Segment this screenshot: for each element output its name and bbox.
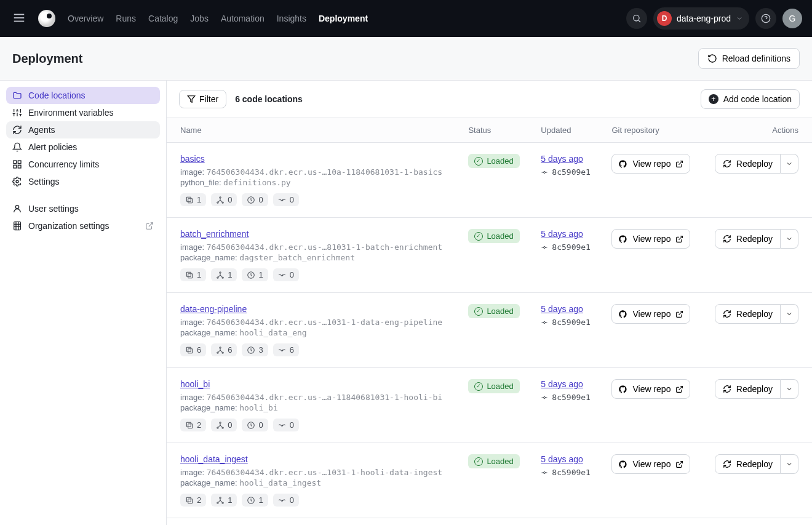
- view-repo-button[interactable]: View repo: [611, 154, 690, 174]
- count-badge[interactable]: 0: [242, 419, 268, 431]
- sidebar-item-concurrency-limits[interactable]: Concurrency limits: [6, 156, 160, 173]
- redeploy-button[interactable]: Redeploy: [715, 454, 781, 474]
- sidebar-item-label: User settings: [28, 204, 79, 214]
- count-badge[interactable]: 1: [211, 494, 237, 507]
- add-code-location-button[interactable]: + Add code location: [701, 89, 800, 109]
- count-badge[interactable]: 6: [273, 343, 299, 356]
- code-locations-table: Name Status Updated Git repository Actio…: [167, 118, 812, 525]
- updated-link[interactable]: 5 days ago: [541, 379, 592, 389]
- sliders-icon: [12, 108, 22, 118]
- sidebar-item-user-settings[interactable]: User settings: [6, 200, 160, 217]
- nav-link-deployment[interactable]: Deployment: [319, 14, 368, 23]
- redeploy-menu-button[interactable]: [781, 229, 798, 249]
- plus-icon: +: [709, 94, 718, 104]
- count-badge[interactable]: 3: [242, 343, 268, 356]
- count-badge[interactable]: 1: [242, 494, 268, 507]
- deployment-selector[interactable]: D data-eng-prod: [653, 7, 749, 30]
- count-badge[interactable]: 1: [242, 268, 268, 281]
- count-badge[interactable]: 1: [211, 268, 237, 281]
- secondary-line: package_name: hooli_data_ingest: [180, 478, 448, 487]
- count-badge[interactable]: 0: [211, 419, 237, 431]
- external-link-icon: [675, 385, 683, 393]
- badge-icon: [185, 346, 194, 355]
- col-status: Status: [458, 118, 531, 143]
- redeploy-menu-button[interactable]: [781, 454, 798, 474]
- updated-link[interactable]: 5 days ago: [541, 454, 592, 464]
- svg-rect-19: [14, 165, 17, 168]
- count-badge[interactable]: 2: [180, 419, 206, 431]
- svg-point-42: [220, 271, 221, 273]
- count-badge[interactable]: 1: [180, 193, 206, 206]
- count-badge[interactable]: 0: [211, 193, 237, 206]
- location-name-link[interactable]: basics: [180, 154, 448, 164]
- view-repo-button[interactable]: View repo: [611, 229, 690, 249]
- status-pill: Loaded: [468, 304, 519, 318]
- badge-icon: [278, 496, 287, 505]
- svg-point-20: [16, 180, 18, 183]
- logo[interactable]: [38, 10, 55, 27]
- redeploy-menu-button[interactable]: [781, 154, 798, 174]
- badge-icon: [216, 271, 225, 279]
- view-repo-button[interactable]: View repo: [611, 304, 690, 324]
- nav-link-automation[interactable]: Automation: [221, 14, 265, 23]
- location-name-link[interactable]: hooli_bi: [180, 379, 448, 389]
- count-badge[interactable]: 6: [211, 343, 237, 356]
- refresh-icon: [723, 159, 731, 168]
- redeploy-menu-button[interactable]: [781, 379, 798, 399]
- sidebar-item-environment-variables[interactable]: Environment variables: [6, 104, 160, 121]
- view-repo-button[interactable]: View repo: [611, 454, 690, 474]
- redeploy-button[interactable]: Redeploy: [715, 304, 781, 324]
- location-name-link[interactable]: batch_enrichment: [180, 229, 448, 239]
- sidebar-item-code-locations[interactable]: Code locations: [6, 87, 160, 104]
- reload-definitions-button[interactable]: Reload definitions: [698, 48, 800, 69]
- nav-link-jobs[interactable]: Jobs: [190, 14, 209, 23]
- col-repo: Git repository: [602, 118, 703, 143]
- filter-button[interactable]: Filter: [179, 90, 226, 108]
- count-badge[interactable]: 1: [180, 268, 206, 281]
- nav-link-overview[interactable]: Overview: [68, 14, 103, 23]
- nav-link-runs[interactable]: Runs: [116, 14, 136, 23]
- count-badge[interactable]: 2: [180, 494, 206, 507]
- nav-link-insights[interactable]: Insights: [277, 14, 306, 23]
- building-icon: [12, 221, 22, 231]
- count-badge[interactable]: 0: [273, 494, 299, 507]
- sidebar-item-agents[interactable]: Agents: [6, 121, 160, 138]
- count-badge[interactable]: 0: [273, 268, 299, 281]
- sidebar-item-label: Concurrency limits: [28, 159, 99, 169]
- location-name-link[interactable]: hooli_data_ingest: [180, 454, 448, 464]
- commit-hash: 8c5909e1: [541, 468, 592, 477]
- github-icon: [618, 385, 627, 394]
- hamburger-menu-button[interactable]: [10, 9, 28, 29]
- image-line: image: 764506304434.dkr.ecr.us-…10a-1184…: [180, 167, 448, 177]
- updated-link[interactable]: 5 days ago: [541, 229, 592, 239]
- svg-line-50: [679, 236, 683, 239]
- redeploy-menu-button[interactable]: [781, 304, 798, 324]
- count-badge[interactable]: 0: [273, 419, 299, 431]
- view-repo-button[interactable]: View repo: [611, 379, 690, 399]
- commit-hash: 8c5909e1: [541, 167, 592, 177]
- badge-icon: [247, 496, 255, 505]
- location-name-link[interactable]: data-eng-pipeline: [180, 304, 448, 314]
- badge-icon: [278, 196, 287, 204]
- sidebar-item-organization-settings[interactable]: Organization settings: [6, 217, 160, 234]
- redeploy-button[interactable]: Redeploy: [715, 154, 781, 174]
- updated-link[interactable]: 5 days ago: [541, 304, 592, 314]
- help-button[interactable]: [755, 8, 776, 29]
- svg-point-77: [222, 502, 223, 503]
- count-badge[interactable]: 6: [180, 343, 206, 356]
- badge-icon: [216, 496, 225, 505]
- badge-icon: [185, 271, 194, 279]
- sidebar-item-settings[interactable]: Settings: [6, 173, 160, 190]
- redeploy-button[interactable]: Redeploy: [715, 229, 781, 249]
- count-badge[interactable]: 0: [273, 193, 299, 206]
- svg-line-72: [679, 386, 683, 390]
- sidebar-item-alert-policies[interactable]: Alert policies: [6, 138, 160, 156]
- user-avatar[interactable]: G: [782, 9, 802, 28]
- svg-point-32: [217, 201, 218, 202]
- reload-icon: [707, 54, 717, 63]
- redeploy-button[interactable]: Redeploy: [715, 379, 781, 399]
- nav-link-catalog[interactable]: Catalog: [148, 14, 178, 23]
- count-badge[interactable]: 0: [242, 193, 268, 206]
- search-button[interactable]: [626, 8, 647, 29]
- updated-link[interactable]: 5 days ago: [541, 154, 592, 164]
